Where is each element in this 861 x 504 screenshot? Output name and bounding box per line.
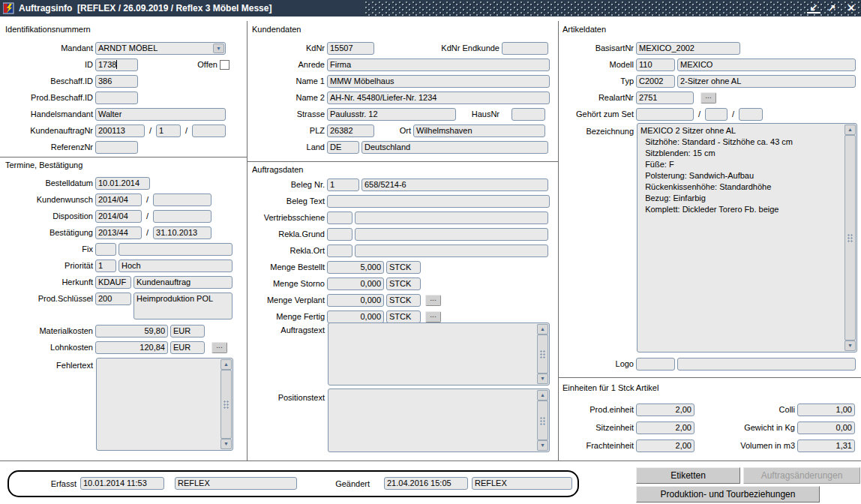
logo-code-field[interactable]: [636, 358, 675, 370]
disposition-field-2[interactable]: [153, 210, 212, 223]
erfasst-datetime-field[interactable]: 10.01.2014 11:53: [80, 477, 164, 490]
geaendert-user-field[interactable]: REFLEX: [472, 477, 572, 490]
id-field[interactable]: 1738: [95, 58, 138, 71]
geaendert-datetime-field[interactable]: 21.04.2016 15:05: [384, 477, 468, 490]
vertriebsschiene-text-field[interactable]: [355, 212, 548, 224]
scroll-down-icon[interactable]: ▼: [537, 374, 548, 384]
menge-storno-unit-field[interactable]: STCK: [386, 278, 421, 290]
ort-field[interactable]: Wilhelmshaven: [413, 124, 545, 137]
rekla-grund-text-field[interactable]: [355, 228, 548, 241]
fix-field-2[interactable]: [118, 243, 232, 256]
beleg-nr-code-field[interactable]: 1: [327, 178, 359, 191]
gehoert-zum-set-field-3[interactable]: [739, 108, 763, 121]
bestaetigung-field-2[interactable]: 31.10.2013: [153, 226, 212, 239]
positionstext-area[interactable]: ▲ ▼: [328, 388, 550, 452]
rekla-ort-text-field[interactable]: [355, 244, 548, 257]
materialkosten-field[interactable]: 59,80: [95, 325, 168, 338]
maximize-icon[interactable]: ↗: [825, 2, 838, 15]
prod-schluessel-text-field[interactable]: Heimproduktion POL: [134, 292, 232, 320]
logo-text-field[interactable]: [677, 358, 856, 370]
land-text-field[interactable]: Deutschland: [362, 141, 548, 154]
materialkosten-unit-field[interactable]: EUR: [170, 325, 205, 338]
scroll-down-icon[interactable]: ▼: [537, 440, 548, 451]
fehlertext-area[interactable]: ▲ ▼: [96, 358, 233, 451]
handelsmandant-field[interactable]: Walter: [95, 108, 226, 121]
menge-bestellt-unit-field[interactable]: STCK: [386, 261, 421, 274]
menge-storno-field[interactable]: 0,000: [327, 278, 384, 290]
herkunft-code-field[interactable]: KDAUF: [95, 276, 131, 289]
scrollbar-thumb[interactable]: [844, 135, 856, 340]
typ-text-field[interactable]: 2-Sitzer ohne AL: [677, 75, 856, 88]
lohnkosten-ellipsis-button[interactable]: ...: [212, 342, 227, 353]
fehlertext-scrollbar[interactable]: ▲ ▼: [220, 359, 232, 449]
prioritaet-code-field[interactable]: 1: [95, 260, 116, 272]
prioritaet-text-field[interactable]: Hoch: [118, 260, 232, 272]
beleg-nr-text-field[interactable]: 658/5214-6: [362, 178, 548, 191]
produktion-tourbeziehungen-button[interactable]: Produktion- und Tourbeziehungen: [636, 486, 820, 502]
close-icon[interactable]: ×: [844, 2, 858, 15]
referenznr-field[interactable]: [95, 141, 138, 154]
lohnkosten-unit-field[interactable]: EUR: [170, 341, 205, 354]
gehoert-zum-set-field-2[interactable]: [705, 108, 728, 121]
offen-checkbox[interactable]: [220, 60, 230, 70]
prod-schluessel-code-field[interactable]: 200: [95, 292, 131, 305]
scrollbar-thumb[interactable]: [537, 334, 548, 374]
kundenauftragnr-field-1[interactable]: 200113: [95, 124, 145, 137]
name1-field[interactable]: MMW Möbelhaus: [327, 75, 550, 88]
menge-fertig-unit-field[interactable]: STCK: [386, 310, 421, 323]
name2-field[interactable]: AH-Nr. 45480/Liefer-Nr. 1234: [327, 92, 550, 104]
volumen-field[interactable]: 1,31: [797, 440, 855, 452]
restore-down-icon[interactable]: ↙: [807, 2, 820, 14]
herkunft-text-field[interactable]: Kundenauftrag: [134, 276, 232, 289]
anrede-field[interactable]: Firma: [327, 58, 550, 71]
menge-fertig-ellipsis-button[interactable]: ...: [425, 311, 441, 322]
vertriebsschiene-code-field[interactable]: [327, 212, 352, 224]
rekla-grund-code-field[interactable]: [327, 228, 352, 241]
bezeichnung-scrollbar[interactable]: ▲ ▼: [844, 124, 856, 351]
menge-verplant-ellipsis-button[interactable]: ...: [425, 295, 441, 306]
fix-field-1[interactable]: [95, 243, 116, 256]
sitzeinheit-field[interactable]: 2,00: [636, 422, 694, 434]
basisartnr-field[interactable]: MEXICO_2002: [636, 42, 740, 55]
beleg-text-field[interactable]: [327, 195, 550, 208]
kdnr-endkunde-field[interactable]: [502, 42, 548, 55]
menge-verplant-field[interactable]: 0,000: [327, 294, 384, 307]
realartnr-ellipsis-button[interactable]: ...: [700, 92, 716, 104]
menge-bestellt-field[interactable]: 5,000: [327, 261, 384, 274]
frachteinheit-field[interactable]: 2,00: [636, 440, 694, 452]
bestaetigung-field-1[interactable]: 2013/44: [95, 226, 142, 239]
modell-text-field[interactable]: MEXICO: [677, 58, 856, 71]
scroll-up-icon[interactable]: ▲: [220, 359, 232, 370]
prod-einheit-field[interactable]: 2,00: [636, 404, 694, 416]
kundenwunsch-field-2[interactable]: [153, 194, 212, 206]
bestelldatum-field[interactable]: 10.01.2014: [95, 177, 150, 190]
prod-beschaff-id-field[interactable]: [95, 92, 138, 104]
scroll-down-icon[interactable]: ▼: [844, 340, 856, 351]
modell-code-field[interactable]: 110: [636, 58, 675, 71]
disposition-field-1[interactable]: 2014/04: [95, 210, 142, 223]
scroll-up-icon[interactable]: ▲: [844, 124, 856, 135]
scroll-up-icon[interactable]: ▲: [537, 390, 548, 400]
beschaff-id-field[interactable]: 386: [95, 75, 138, 88]
mandant-dropdown[interactable]: ARNDT MÖBEL ▼: [95, 42, 226, 55]
typ-code-field[interactable]: C2002: [636, 75, 675, 88]
kundenwunsch-field-1[interactable]: 2014/04: [95, 194, 142, 206]
gewicht-field[interactable]: 0,00: [797, 422, 855, 434]
strasse-field[interactable]: Paulusstr. 12: [327, 108, 456, 121]
realartnr-field[interactable]: 2751: [636, 92, 694, 104]
colli-field[interactable]: 1,00: [797, 404, 855, 416]
menge-verplant-unit-field[interactable]: STCK: [386, 294, 421, 307]
hausnr-field[interactable]: [512, 108, 545, 121]
auftragstext-area[interactable]: ▲ ▼: [328, 322, 550, 386]
menge-fertig-field[interactable]: 0,000: [327, 310, 384, 323]
scrollbar-thumb[interactable]: [537, 400, 548, 440]
scroll-down-icon[interactable]: ▼: [220, 439, 232, 449]
kundenauftragnr-field-3[interactable]: [192, 124, 226, 137]
kundenauftragnr-field-2[interactable]: 1: [156, 124, 181, 137]
bezeichnung-area[interactable]: MEXICO 2 Sitzer ohne AL Sitzhöhe: Standa…: [637, 123, 857, 352]
gehoert-zum-set-field-1[interactable]: [636, 108, 694, 121]
lohnkosten-field[interactable]: 120,84: [95, 341, 168, 354]
positionstext-scrollbar[interactable]: ▲ ▼: [537, 390, 548, 451]
plz-field[interactable]: 26382: [327, 124, 374, 137]
scrollbar-thumb[interactable]: [220, 370, 232, 439]
